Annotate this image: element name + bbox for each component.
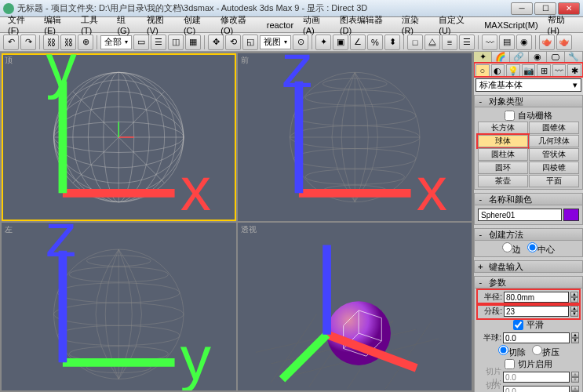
menu-graph[interactable]: 图表编辑器(D) (335, 13, 397, 37)
select-name-button[interactable]: ☰ (151, 34, 166, 50)
render-scene-button[interactable]: 🫖 (539, 34, 555, 50)
minimize-button[interactable]: ─ (511, 2, 533, 15)
box-button[interactable]: 长方体 (478, 122, 528, 134)
radius-down[interactable]: ▼ (570, 297, 578, 303)
object-type-rollout[interactable]: -对象类型 (474, 95, 583, 107)
pivot-button[interactable]: ⊙ (293, 34, 308, 50)
layers-button[interactable]: ☰ (459, 34, 475, 50)
slice-from-spinner: 0.0 (503, 372, 570, 383)
menu-view[interactable]: 视图(V) (142, 13, 179, 37)
center-radio[interactable]: 中心 (527, 242, 555, 256)
viewport-top[interactable]: 顶 xy (2, 53, 236, 221)
align-button[interactable]: ≡ (442, 34, 457, 50)
segs-up[interactable]: ▲ (570, 306, 578, 311)
menu-customize[interactable]: 自定义(U) (434, 13, 479, 37)
svg-text:z: z (46, 223, 77, 270)
schematic-button[interactable]: ▤ (499, 34, 515, 50)
category-dropdown[interactable]: 标准基本体▾ (476, 78, 581, 92)
rotate-button[interactable]: ⟲ (225, 34, 241, 50)
geosphere-button[interactable]: 几何球体 (529, 135, 579, 147)
parameters-rollout[interactable]: -参数 (474, 276, 583, 289)
angle-snap-button[interactable]: ∠ (350, 34, 366, 50)
select-button[interactable]: ▭ (133, 34, 149, 50)
viewport-front[interactable]: 前 xz (238, 53, 472, 221)
manipulate-button[interactable]: ✦ (315, 34, 331, 50)
named-sel-button[interactable]: □ (407, 34, 423, 50)
geometry-subtab[interactable]: ○ (476, 64, 490, 77)
svg-text:y: y (46, 53, 78, 100)
snap-button[interactable]: ▣ (333, 34, 348, 50)
squash-radio[interactable]: 挤压 (532, 345, 559, 358)
menu-edit[interactable]: 编辑(E) (39, 13, 76, 37)
hemi-down[interactable]: ▼ (571, 338, 579, 343)
torus-button[interactable]: 圆环 (478, 162, 528, 174)
percent-snap-button[interactable]: % (367, 34, 383, 50)
spacewarps-subtab[interactable]: 〰 (552, 64, 567, 77)
slice-checkbox[interactable] (505, 359, 515, 369)
auto-grid-checkbox[interactable] (505, 111, 515, 121)
move-button[interactable]: ✥ (208, 34, 224, 50)
svg-text:x: x (416, 154, 446, 221)
motion-tab[interactable]: ◉ (529, 52, 547, 62)
color-swatch[interactable] (563, 209, 579, 221)
viewport-perspective[interactable]: 透视 (238, 223, 472, 390)
sphere-button[interactable]: 球体 (478, 135, 528, 147)
viewport-left[interactable]: 左 yz (2, 223, 236, 390)
plane-button[interactable]: 平面 (529, 175, 579, 187)
hemisphere-spinner[interactable]: 0.0 (503, 332, 570, 343)
menu-reactor[interactable]: reactor (262, 19, 298, 31)
object-name-field[interactable]: Sphere01 (478, 209, 562, 221)
hemi-up[interactable]: ▲ (571, 332, 579, 338)
selection-filter[interactable]: 全部 (100, 35, 132, 49)
bind-button[interactable]: ⊕ (78, 34, 93, 50)
radius-spinner[interactable]: 80.0mm (504, 292, 569, 303)
shapes-subtab[interactable]: ◐ (491, 64, 505, 77)
hierarchy-tab[interactable]: 🔗 (510, 52, 528, 62)
menu-help[interactable]: 帮助(H) (543, 13, 580, 37)
utilities-tab[interactable]: 🔧 (565, 52, 583, 62)
select-region-button[interactable]: ◫ (168, 34, 184, 50)
display-tab[interactable]: 🖵 (547, 52, 565, 62)
spinner-snap-button[interactable]: ⬍ (384, 34, 400, 50)
scale-button[interactable]: ◱ (242, 34, 258, 50)
pyramid-button[interactable]: 四棱锥 (529, 162, 579, 174)
menu-create[interactable]: 创建(C) (179, 13, 216, 37)
systems-subtab[interactable]: ✱ (567, 64, 581, 77)
modify-tab[interactable]: 🌈 (492, 52, 510, 62)
menu-animation[interactable]: 动画(A) (298, 13, 335, 37)
undo-button[interactable]: ↶ (3, 34, 19, 50)
chop-radio[interactable]: 切除 (498, 345, 526, 358)
tube-button[interactable]: 管状体 (529, 148, 579, 161)
mirror-button[interactable]: ⧋ (424, 34, 440, 50)
edge-radio[interactable]: 边 (502, 242, 521, 256)
smooth-checkbox[interactable] (513, 320, 523, 330)
segments-spinner[interactable]: 23 (504, 306, 569, 317)
radius-up[interactable]: ▲ (570, 292, 578, 297)
redo-button[interactable]: ↷ (20, 34, 36, 50)
link-button[interactable]: ⛓ (43, 34, 59, 50)
helpers-subtab[interactable]: ⊞ (537, 64, 551, 77)
menu-tools[interactable]: 工具(T) (76, 13, 112, 37)
create-tab[interactable]: ✦ (474, 52, 492, 62)
cylinder-button[interactable]: 圆柱体 (478, 148, 528, 161)
name-color-rollout[interactable]: -名称和颜色 (474, 193, 583, 205)
menu-file[interactable]: 文件(F) (3, 13, 39, 37)
keyboard-input-rollout[interactable]: +键盘输入 (474, 260, 583, 273)
window-crossing-button[interactable]: ▦ (185, 34, 201, 50)
material-button[interactable]: ◉ (516, 34, 532, 50)
menu-render[interactable]: 渲染(R) (397, 13, 434, 37)
lights-subtab[interactable]: 💡 (506, 64, 520, 77)
segs-down[interactable]: ▼ (570, 311, 578, 317)
quick-render-button[interactable]: 🫖 (556, 34, 572, 50)
unlink-button[interactable]: ⛓ (60, 34, 76, 50)
menu-maxscript[interactable]: MAXScript(M) (479, 19, 542, 31)
menu-group[interactable]: 组(G) (112, 13, 142, 37)
teapot-button[interactable]: 茶壶 (478, 175, 528, 187)
create-subtabs: ○ ◐ 💡 📷 ⊞ 〰 ✱ (474, 63, 583, 77)
cameras-subtab[interactable]: 📷 (522, 64, 536, 77)
ref-coord-dropdown[interactable]: 视图 (260, 35, 291, 49)
menu-modifiers[interactable]: 修改器(O) (216, 13, 261, 37)
creation-method-rollout[interactable]: -创建方法 (474, 228, 583, 241)
cone-button[interactable]: 圆锥体 (529, 122, 579, 134)
curve-editor-button[interactable]: 〰 (482, 34, 497, 50)
